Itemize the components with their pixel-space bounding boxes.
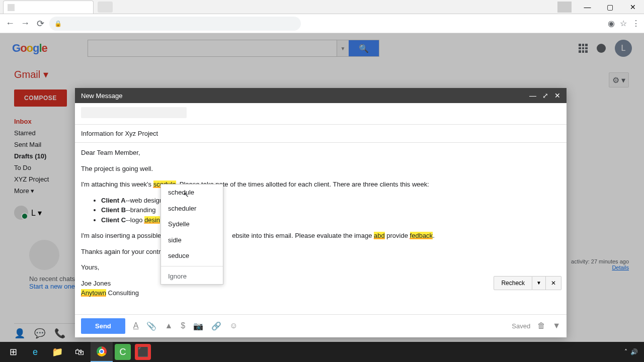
- browser-nav-bar: ← → ⟳ 🔒 ◉ ☆ ⋮: [0, 14, 644, 33]
- misspelled-fedback[interactable]: fedback: [410, 232, 433, 239]
- send-button[interactable]: Send: [81, 318, 125, 334]
- compose-fullscreen-icon[interactable]: ⤢: [542, 92, 548, 100]
- money-icon[interactable]: $: [181, 321, 185, 330]
- photo-icon[interactable]: 📷: [193, 321, 203, 331]
- compose-close-icon[interactable]: ✕: [554, 92, 560, 100]
- spell-suggestion[interactable]: scheduler: [161, 201, 223, 217]
- taskbar-store-icon[interactable]: 🛍: [68, 342, 91, 362]
- window-minimize[interactable]: —: [576, 0, 599, 14]
- compose-body-editor[interactable]: Dear Team Member, The project is going w…: [75, 143, 567, 314]
- back-button[interactable]: ←: [4, 18, 16, 30]
- body-p3: I'm also inserting a possible ebsite int…: [81, 231, 560, 241]
- spell-suggestion[interactable]: Sydelle: [161, 216, 223, 232]
- compose-minimize-icon[interactable]: —: [529, 92, 536, 100]
- reload-button[interactable]: ⟳: [34, 18, 46, 30]
- windows-taskbar: ⊞ e 📁 🛍 C ⬛ ˄ 🔊: [0, 342, 644, 362]
- compose-titlebar[interactable]: New Message — ⤢ ✕: [75, 88, 567, 103]
- recheck-button[interactable]: Recheck: [494, 276, 532, 290]
- discard-icon[interactable]: 🗑: [537, 321, 545, 330]
- taskbar-chrome-icon[interactable]: [91, 342, 113, 362]
- body-p5: Yours,: [81, 262, 560, 273]
- spellcheck-menu: schedule scheduler Sydelle sidle seduce …: [160, 184, 223, 285]
- recheck-dropdown[interactable]: ▼: [532, 276, 546, 290]
- bookmark-star-icon[interactable]: ☆: [620, 19, 627, 28]
- new-tab-button[interactable]: [98, 2, 113, 13]
- attach-icon[interactable]: 📎: [146, 321, 156, 331]
- drive-icon[interactable]: ▲: [165, 321, 173, 330]
- body-signature: Joe Jones Anytown Consulting: [81, 279, 560, 298]
- body-p1: The project is going well.: [81, 164, 560, 174]
- misspelled-abd[interactable]: abd: [374, 232, 385, 239]
- forward-button[interactable]: →: [19, 18, 31, 30]
- taskbar-edge-icon[interactable]: e: [24, 342, 46, 362]
- chrome-profile-icon[interactable]: [557, 2, 572, 13]
- tray-chevron-icon[interactable]: ˄: [624, 348, 627, 355]
- body-p2: I'm attaching this week's scedule. Pleas…: [81, 179, 560, 190]
- browser-tab-strip: — ▢ ✕: [0, 0, 644, 14]
- emoji-icon[interactable]: ☺: [229, 321, 237, 330]
- spell-ignore[interactable]: Ignore: [161, 268, 223, 285]
- link-icon[interactable]: 🔗: [211, 321, 221, 331]
- misspelled-desin[interactable]: desin: [144, 216, 160, 224]
- compose-window: New Message — ⤢ ✕ Information for Xyz Pr…: [75, 88, 567, 337]
- start-button[interactable]: ⊞: [2, 342, 24, 362]
- compose-title: New Message: [81, 92, 122, 100]
- compose-to-field[interactable]: [75, 103, 567, 125]
- misspelled-anytown[interactable]: Anytown: [81, 289, 106, 297]
- window-maximize[interactable]: ▢: [599, 0, 621, 14]
- more-options-icon[interactable]: ▼: [552, 321, 560, 330]
- recipient-chip[interactable]: [81, 107, 187, 118]
- taskbar-explorer-icon[interactable]: 📁: [46, 342, 68, 362]
- lock-icon: 🔒: [54, 20, 62, 27]
- tab-favicon: [8, 4, 15, 11]
- window-close[interactable]: ✕: [621, 0, 644, 14]
- address-bar[interactable]: 🔒: [49, 17, 301, 31]
- taskbar-camtasia-icon[interactable]: C: [115, 344, 131, 360]
- compose-toolbar: Send A 📎 ▲ $ 📷 🔗 ☺ Saved 🗑 ▼: [75, 314, 567, 337]
- tray-volume-icon[interactable]: 🔊: [630, 348, 638, 355]
- taskbar-app-icon[interactable]: ⬛: [135, 344, 151, 360]
- spellcheck-recheck-bar: Recheck ▼ ✕: [494, 276, 561, 290]
- spell-suggestion[interactable]: seduce: [161, 248, 223, 264]
- browser-menu-icon[interactable]: ⋮: [632, 19, 640, 28]
- eye-icon[interactable]: ◉: [608, 19, 615, 28]
- browser-tab[interactable]: [3, 1, 94, 14]
- formatting-icon[interactable]: A: [133, 321, 139, 330]
- body-greeting: Dear Team Member,: [81, 148, 560, 158]
- spell-suggestion[interactable]: schedule: [161, 185, 223, 201]
- saved-status: Saved: [512, 322, 530, 330]
- compose-subject-field[interactable]: Information for Xyz Project: [75, 125, 567, 143]
- spell-suggestion[interactable]: sidle: [161, 232, 223, 248]
- body-p4: Thanks again for your contri: [81, 247, 560, 257]
- recheck-close[interactable]: ✕: [546, 276, 561, 290]
